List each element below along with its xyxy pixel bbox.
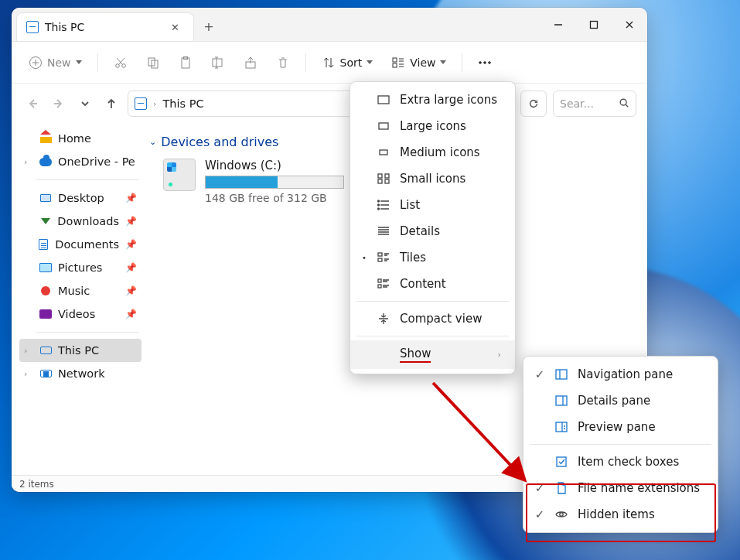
- svg-point-25: [378, 208, 380, 210]
- svg-rect-29: [378, 285, 381, 288]
- svg-rect-31: [556, 396, 567, 405]
- chevron-right-icon: ›: [498, 350, 501, 360]
- cut-button[interactable]: [107, 51, 134, 74]
- search-icon: [619, 97, 629, 111]
- nav-row: › This PC Sear...: [12, 84, 647, 124]
- share-button[interactable]: [237, 51, 264, 74]
- list-icon: [377, 198, 390, 212]
- sidebar-item-videos[interactable]: › Videos📌: [19, 302, 142, 326]
- close-window-button[interactable]: [612, 8, 647, 41]
- check-icon: ✓: [534, 367, 545, 381]
- ellipsis-icon: [478, 56, 492, 70]
- rename-button[interactable]: [205, 51, 231, 74]
- svg-rect-22: [385, 179, 389, 183]
- menu-item-show[interactable]: Show ›: [350, 340, 515, 369]
- cloud-icon: [39, 158, 52, 166]
- expand-icon[interactable]: ›: [24, 369, 33, 379]
- sidebar-item-desktop[interactable]: › Desktop📌: [19, 186, 142, 210]
- sidebar-item-downloads[interactable]: › Downloads📌: [19, 210, 142, 233]
- minimize-button[interactable]: [541, 8, 576, 41]
- menu-item-small-icons[interactable]: Small icons: [350, 166, 515, 192]
- menu-item-extra-large-icons[interactable]: Extra large icons: [350, 87, 515, 113]
- maximize-button[interactable]: [576, 8, 612, 41]
- item-count: 2 items: [19, 479, 54, 490]
- menu-item-navigation-pane[interactable]: ✓ Navigation pane: [523, 361, 718, 388]
- sidebar-item-music[interactable]: › Music📌: [19, 279, 142, 302]
- svg-rect-10: [393, 58, 397, 62]
- pc-icon: [40, 347, 52, 354]
- new-tab-button[interactable]: +: [194, 12, 223, 41]
- svg-rect-17: [379, 123, 388, 129]
- chevron-down-icon: [440, 60, 446, 64]
- svg-rect-11: [393, 63, 397, 67]
- svg-rect-19: [378, 174, 382, 178]
- close-tab-button[interactable]: ✕: [168, 20, 182, 35]
- view-button[interactable]: View: [385, 51, 452, 74]
- delete-button[interactable]: [270, 51, 296, 74]
- menu-item-file-name-extensions[interactable]: ✓ File name extensions: [523, 475, 718, 501]
- svg-rect-28: [378, 279, 381, 282]
- svg-point-34: [560, 513, 563, 516]
- eye-icon: [554, 507, 568, 521]
- up-button[interactable]: [101, 94, 121, 114]
- menu-item-hidden-items[interactable]: ✓ Hidden items: [523, 501, 718, 528]
- menu-item-item-check-boxes[interactable]: Item check boxes: [523, 449, 718, 475]
- content-icon: [377, 277, 390, 291]
- tab-title: This PC: [45, 21, 84, 33]
- paste-button[interactable]: [172, 51, 199, 74]
- sidebar-item-pictures[interactable]: › Pictures📌: [19, 256, 142, 279]
- downloads-icon: [41, 218, 50, 224]
- recent-locations-button[interactable]: [75, 94, 95, 114]
- menu-item-medium-icons[interactable]: Medium icons: [350, 139, 515, 166]
- rename-icon: [211, 56, 225, 70]
- plus-circle-icon: [29, 56, 43, 70]
- this-pc-tab-icon: [26, 21, 39, 33]
- small-icons-icon: [377, 172, 390, 186]
- details-icon: [377, 224, 390, 238]
- menu-item-compact-view[interactable]: Compact view: [350, 306, 515, 332]
- drive-free-text: 148 GB free of 312 GB: [205, 192, 344, 204]
- menu-item-list[interactable]: List: [350, 192, 515, 218]
- copy-icon: [146, 56, 160, 70]
- forward-button[interactable]: [49, 94, 69, 114]
- menu-item-preview-pane[interactable]: Preview pane: [523, 414, 718, 440]
- breadcrumb-this-pc[interactable]: This PC: [162, 97, 203, 110]
- svg-rect-21: [378, 179, 382, 183]
- pin-icon: 📌: [125, 239, 137, 250]
- expand-icon[interactable]: ›: [24, 157, 33, 167]
- details-pane-icon: [554, 394, 568, 408]
- menu-item-content[interactable]: Content: [350, 271, 515, 297]
- menu-item-tiles[interactable]: • Tiles: [350, 244, 515, 271]
- tiles-icon: [377, 251, 390, 265]
- compact-view-icon: [377, 312, 390, 326]
- pin-icon: 📌: [125, 216, 137, 227]
- file-icon: [554, 481, 568, 495]
- tab-this-pc[interactable]: This PC ✕: [16, 12, 194, 41]
- view-menu: Extra large icons Large icons Medium ico…: [350, 81, 516, 374]
- navigation-pane-icon: [554, 367, 568, 381]
- sort-button[interactable]: Sort: [315, 51, 380, 74]
- sidebar-item-documents[interactable]: › Documents📌: [19, 233, 142, 256]
- pin-icon: 📌: [125, 262, 137, 273]
- svg-rect-26: [378, 253, 382, 256]
- music-icon: [41, 286, 50, 295]
- sidebar-item-onedrive[interactable]: › OneDrive - Pe: [19, 150, 142, 173]
- copy-button[interactable]: [140, 51, 166, 74]
- svg-rect-27: [378, 258, 382, 261]
- menu-item-details-pane[interactable]: Details pane: [523, 388, 718, 414]
- refresh-button[interactable]: [520, 90, 547, 117]
- menu-item-large-icons[interactable]: Large icons: [350, 113, 515, 139]
- sidebar-item-this-pc[interactable]: › This PC: [19, 339, 142, 362]
- back-button[interactable]: [22, 94, 43, 114]
- drive-item-c[interactable]: Windows (C:) 148 GB free of 312 GB: [163, 159, 372, 204]
- more-button[interactable]: [472, 51, 498, 74]
- trash-icon: [276, 56, 290, 70]
- sidebar-item-home[interactable]: › Home: [19, 127, 142, 150]
- sidebar-item-network[interactable]: › Network: [19, 362, 142, 385]
- expand-icon[interactable]: ›: [24, 346, 33, 356]
- extra-large-icons-icon: [377, 93, 390, 107]
- sort-icon: [322, 56, 336, 70]
- search-input[interactable]: Sear...: [553, 90, 636, 117]
- menu-item-details[interactable]: Details: [350, 218, 515, 244]
- new-button[interactable]: New: [22, 51, 88, 74]
